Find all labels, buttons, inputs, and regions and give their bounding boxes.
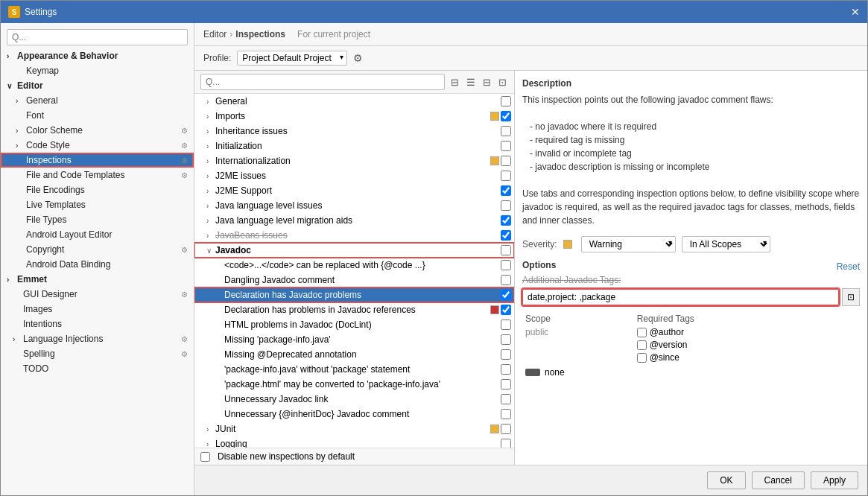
sidebar-item-todo[interactable]: TODO	[1, 361, 194, 376]
severity-dropdown[interactable]: Warning Error Info Weak Warning	[581, 236, 676, 252]
insp-checkbox[interactable]	[501, 305, 511, 315]
insp-item-unnecessary-link[interactable]: Unnecessary Javadoc link	[194, 392, 514, 407]
sidebar-item-code-style[interactable]: › Code Style ⚙	[1, 138, 194, 153]
insp-item-inheritance[interactable]: › Inheritance issues	[194, 124, 514, 139]
insp-checkbox[interactable]	[501, 349, 511, 360]
insp-item-javadoc-code[interactable]: <code>...</code> can be replaced with {@…	[194, 258, 514, 273]
insp-item-javadoc-group[interactable]: ∨ Javadoc	[194, 243, 514, 258]
insp-checkbox[interactable]	[501, 379, 511, 390]
expand-icon[interactable]: ☰	[465, 75, 477, 89]
insp-item-junit[interactable]: › JUnit	[194, 422, 514, 436]
insp-checkbox[interactable]	[501, 275, 511, 285]
tags-browse-button[interactable]: ⊡	[842, 288, 860, 306]
insp-checkbox[interactable]	[501, 230, 511, 241]
insp-checkbox[interactable]	[501, 394, 511, 404]
color-swatch	[490, 305, 499, 314]
sidebar-search-input[interactable]	[7, 29, 188, 45]
sidebar-item-appearance[interactable]: › Appearance & Behavior	[1, 48, 194, 63]
sidebar-item-language-injections[interactable]: › Language Injections ⚙	[1, 331, 194, 346]
options-section: Options Reset Additional Javadoc Tags: ⊡…	[522, 260, 860, 378]
sidebar-item-keymap[interactable]: Keymap	[1, 63, 194, 78]
insp-item-pkg-without[interactable]: 'package-info.java' without 'package' st…	[194, 362, 514, 377]
insp-checkbox[interactable]	[501, 200, 511, 211]
checkbox-author[interactable]	[637, 328, 647, 337]
insp-checkbox[interactable]	[501, 409, 511, 419]
insp-checkbox[interactable]	[501, 111, 511, 121]
insp-checkbox[interactable]	[501, 424, 511, 434]
sidebar-item-file-encodings[interactable]: File Encodings	[1, 182, 194, 197]
insp-label: J2ME issues	[215, 171, 490, 181]
sidebar-item-emmet[interactable]: › Emmet	[1, 272, 194, 287]
collapse-icon[interactable]: ⊟	[481, 75, 492, 89]
insp-item-missing-pkg[interactable]: Missing 'package-info.java'	[194, 332, 514, 347]
checkbox-version[interactable]	[637, 340, 647, 350]
insp-checkbox[interactable]	[501, 245, 511, 255]
insp-checkbox[interactable]	[501, 364, 511, 375]
insp-item-imports[interactable]: › Imports	[194, 109, 514, 124]
sidebar-item-file-types[interactable]: File Types	[1, 212, 194, 227]
sidebar-item-inspections[interactable]: Inspections ⚙	[1, 153, 194, 168]
sidebar-item-android-layout[interactable]: Android Layout Editor	[1, 227, 194, 242]
insp-item-java-lang[interactable]: › Java language level issues	[194, 198, 514, 213]
filter-icon[interactable]: ⊟	[449, 75, 460, 89]
tags-input[interactable]	[522, 289, 839, 305]
insp-item-dangling[interactable]: Dangling Javadoc comment	[194, 273, 514, 287]
insp-item-j2me[interactable]: › J2ME issues	[194, 168, 514, 183]
checkbox-since[interactable]	[637, 353, 647, 363]
copy-icon[interactable]: ⊡	[497, 75, 508, 89]
inspection-search-input[interactable]	[200, 74, 445, 90]
insp-checkbox[interactable]	[501, 439, 511, 448]
insp-item-missing-deprecated[interactable]: Missing @Deprecated annotation	[194, 347, 514, 362]
sidebar-item-images[interactable]: Images	[1, 302, 194, 317]
apply-button[interactable]: Apply	[811, 471, 858, 489]
checkbox-version-label[interactable]: @version	[637, 340, 857, 350]
insp-item-logging[interactable]: › Logging	[194, 436, 514, 448]
sidebar-item-live-templates[interactable]: Live Templates	[1, 197, 194, 212]
insp-checkbox[interactable]	[501, 156, 511, 166]
insp-checkbox[interactable]	[501, 185, 511, 196]
insp-item-general[interactable]: › General	[194, 94, 514, 109]
insp-checkbox[interactable]	[501, 215, 511, 226]
insp-item-java-lang-mig[interactable]: › Java language level migration aids	[194, 213, 514, 228]
sidebar-item-general[interactable]: › General	[1, 93, 194, 108]
checkbox-author-label[interactable]: @author	[637, 327, 857, 337]
insp-item-j2me-support[interactable]: › J2ME Support	[194, 183, 514, 198]
insp-item-initialization[interactable]: › Initialization	[194, 139, 514, 153]
insp-item-javabeans[interactable]: › JavaBeans issues	[194, 228, 514, 243]
sidebar-item-gui-designer[interactable]: GUI Designer ⚙	[1, 287, 194, 302]
for-current-project-link[interactable]: For current project	[297, 29, 370, 39]
sidebar-item-android-data[interactable]: Android Data Binding	[1, 257, 194, 272]
scope-dropdown[interactable]: In All Scopes In Tests	[682, 236, 770, 252]
insp-checkbox[interactable]	[501, 260, 511, 270]
insp-checkbox[interactable]	[501, 141, 511, 151]
insp-item-decl-refs[interactable]: Declaration has problems in Javadoc refe…	[194, 302, 514, 317]
insp-label: Java language level issues	[215, 200, 490, 211]
insp-item-unnecessary-inherit[interactable]: Unnecessary {@inheritDoc} Javadoc commen…	[194, 407, 514, 422]
checkbox-since-label[interactable]: @since	[637, 352, 857, 363]
insp-checkbox[interactable]	[501, 319, 511, 330]
insp-checkbox[interactable]	[501, 126, 511, 136]
insp-checkbox[interactable]	[501, 96, 511, 106]
insp-checkbox[interactable]	[501, 290, 511, 300]
insp-item-html-problems[interactable]: HTML problems in Javadoc (DocLint)	[194, 317, 514, 332]
reset-link[interactable]: Reset	[837, 261, 860, 272]
insp-checkbox[interactable]	[501, 171, 511, 181]
ok-button[interactable]: OK	[707, 471, 745, 489]
insp-item-decl-javadoc[interactable]: Declaration has Javadoc problems	[194, 287, 514, 302]
gear-icon[interactable]: ⚙	[353, 52, 363, 64]
sidebar-item-file-code-templates[interactable]: File and Code Templates ⚙	[1, 168, 194, 182]
profile-dropdown[interactable]: Project Default Project Default	[237, 51, 347, 66]
sidebar-item-intentions[interactable]: Intentions	[1, 317, 194, 331]
insp-item-internationalization[interactable]: › Internationalization	[194, 153, 514, 168]
close-button[interactable]: ✕	[851, 6, 860, 18]
color-swatch	[490, 231, 499, 240]
sidebar-item-copyright[interactable]: Copyright ⚙	[1, 242, 194, 257]
cancel-button[interactable]: Cancel	[752, 471, 805, 489]
insp-item-pkg-html[interactable]: 'package.html' may be converted to 'pack…	[194, 377, 514, 392]
sidebar-item-color-scheme[interactable]: › Color Scheme ⚙	[1, 123, 194, 138]
disable-new-checkbox[interactable]	[200, 452, 210, 462]
sidebar-item-spelling[interactable]: Spelling ⚙	[1, 346, 194, 361]
sidebar-item-font[interactable]: Font	[1, 108, 194, 123]
sidebar-item-editor[interactable]: ∨ Editor	[1, 78, 194, 93]
insp-checkbox[interactable]	[501, 334, 511, 345]
